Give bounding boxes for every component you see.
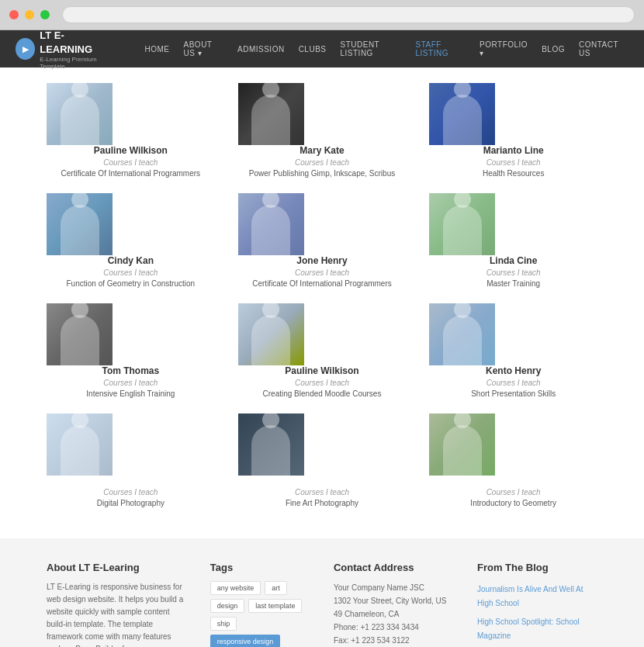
staff-course: Master Training bbox=[429, 279, 597, 288]
person-body bbox=[61, 95, 99, 145]
person-silhouette bbox=[238, 303, 304, 365]
footer-contact: Contact Address Your Company Name JSC130… bbox=[334, 562, 454, 647]
tag[interactable]: art bbox=[265, 581, 287, 595]
person-body bbox=[251, 315, 290, 365]
contact-line: Your Company Name JSC bbox=[334, 581, 454, 594]
tag[interactable]: design bbox=[210, 599, 245, 613]
close-dot[interactable] bbox=[9, 10, 19, 19]
staff-course: Certificate Of International Programmers bbox=[47, 169, 215, 178]
staff-card: Tom Thomas Courses I teach Intensive Eng… bbox=[47, 303, 215, 398]
maximize-dot[interactable] bbox=[40, 10, 50, 19]
person-body bbox=[61, 315, 99, 365]
contact-line: Fax: +1 223 534 3122 bbox=[334, 634, 454, 647]
nav-about[interactable]: ABOUT US ▾ bbox=[178, 37, 230, 61]
staff-grid: Pauline Wilkison Courses I teach Certifi… bbox=[47, 83, 597, 507]
staff-card: Courses I teach Introductory to Geometry bbox=[429, 413, 597, 507]
nav-contact[interactable]: CONTACT US bbox=[573, 37, 628, 61]
nav-student-listing[interactable]: STUDENT LISTING bbox=[334, 37, 408, 61]
staff-photo bbox=[47, 83, 113, 145]
staff-course: Intensive English Training bbox=[47, 389, 215, 398]
footer-tags: Tags any websiteartdesignlast templatesh… bbox=[210, 562, 310, 647]
staff-subtitle: Courses I teach bbox=[429, 268, 597, 277]
staff-card: Courses I teach Digital Photography bbox=[47, 413, 215, 507]
blog-title: From The Blog bbox=[477, 562, 597, 573]
person-silhouette bbox=[47, 303, 113, 365]
staff-photo bbox=[429, 413, 495, 476]
nav-admission[interactable]: ADMISSION bbox=[231, 42, 291, 57]
minimize-dot[interactable] bbox=[25, 10, 34, 19]
list-item: High School Spotlight: School Magazine bbox=[477, 614, 597, 642]
about-title: About LT E-Learing bbox=[47, 562, 187, 573]
person-body bbox=[443, 315, 482, 365]
staff-course: Fine Art Photography bbox=[238, 499, 407, 507]
person-silhouette bbox=[238, 83, 304, 145]
staff-name: Tom Thomas bbox=[47, 365, 215, 376]
staff-subtitle: Courses I teach bbox=[429, 488, 597, 496]
staff-card: Kento Henry Courses I teach Short Presen… bbox=[429, 303, 597, 398]
staff-name: Cindy Kan bbox=[47, 255, 215, 266]
tag[interactable]: any website bbox=[210, 581, 261, 595]
person-body bbox=[251, 425, 290, 476]
navbar-brand[interactable]: ▶ LT E-LEARNING E-Learning Premium Templ… bbox=[16, 28, 116, 70]
contact-info: Your Company Name JSC1302 Your Street, C… bbox=[334, 581, 454, 647]
staff-name: Kento Henry bbox=[429, 365, 597, 376]
nav-portfolio[interactable]: PORTFOLIO ▾ bbox=[473, 37, 534, 61]
person-body bbox=[61, 205, 99, 255]
browser-chrome bbox=[0, 0, 644, 30]
staff-photo bbox=[47, 193, 113, 255]
staff-subtitle: Courses I teach bbox=[238, 488, 407, 496]
footer-blog: From The Blog Journalism Is Alive And We… bbox=[477, 562, 597, 647]
url-bar[interactable] bbox=[62, 6, 635, 23]
staff-name-empty bbox=[429, 476, 597, 488]
staff-card: Linda Cine Courses I teach Master Traini… bbox=[429, 193, 597, 288]
staff-subtitle: Courses I teach bbox=[238, 379, 407, 387]
staff-course: Digital Photography bbox=[47, 499, 215, 507]
staff-name: Mary Kate bbox=[238, 145, 407, 156]
staff-name: Pauline Wilkison bbox=[47, 145, 215, 156]
person-silhouette bbox=[47, 413, 113, 476]
staff-photo bbox=[238, 193, 304, 255]
person-silhouette bbox=[47, 83, 113, 145]
tags-container: any websiteartdesignlast templateshipres… bbox=[210, 581, 310, 647]
contact-title: Contact Address bbox=[334, 562, 454, 573]
staff-subtitle: Courses I teach bbox=[47, 158, 215, 167]
staff-course: Short Presentation Skills bbox=[429, 389, 597, 398]
person-body bbox=[443, 205, 482, 255]
staff-name-empty bbox=[47, 476, 215, 488]
footer: About LT E-Learing LT E-Learing is respo… bbox=[0, 538, 644, 647]
contact-line: 49 Chameleon, CA bbox=[334, 607, 454, 621]
nav-staff-listing[interactable]: STAFF LISTING bbox=[410, 37, 473, 61]
staff-photo bbox=[238, 413, 304, 476]
staff-photo bbox=[47, 303, 113, 365]
contact-line: Phone: +1 223 334 3434 bbox=[334, 621, 454, 634]
footer-grid: About LT E-Learing LT E-Learing is respo… bbox=[47, 562, 597, 647]
blog-link[interactable]: Journalism Is Alive And Well At High Sch… bbox=[477, 585, 583, 607]
staff-course: Function of Geometry in Construction bbox=[47, 279, 215, 288]
staff-course: Health Resources bbox=[429, 169, 597, 178]
tags-title: Tags bbox=[210, 562, 310, 573]
staff-card: Pauline Wilkison Courses I teach Creatin… bbox=[238, 303, 407, 398]
nav-home[interactable]: HOME bbox=[139, 42, 176, 57]
tag[interactable]: last template bbox=[248, 599, 302, 613]
person-body bbox=[251, 205, 290, 255]
brand-text: LT E-LEARNING E-Learning Premium Templat… bbox=[40, 28, 115, 70]
person-body bbox=[251, 95, 290, 145]
staff-name: Pauline Wilkison bbox=[238, 365, 407, 376]
nav-clubs[interactable]: CLUBS bbox=[293, 42, 333, 57]
nav-blog[interactable]: BLOG bbox=[535, 42, 571, 57]
nav-menu: HOME ABOUT US ▾ ADMISSION CLUBS STUDENT … bbox=[139, 37, 628, 61]
staff-name: Marianto Line bbox=[429, 145, 597, 156]
brand-icon: ▶ bbox=[16, 38, 35, 60]
staff-course: Introductory to Geometry bbox=[429, 499, 597, 507]
staff-subtitle: Courses I teach bbox=[238, 158, 407, 167]
staff-card: Pauline Wilkison Courses I teach Certifi… bbox=[47, 83, 215, 178]
list-item: Journalism Is Alive And Well At High Sch… bbox=[477, 581, 597, 609]
person-body bbox=[443, 95, 482, 145]
tag[interactable]: responsive design bbox=[210, 635, 281, 647]
blog-link[interactable]: High School Spotlight: School Magazine bbox=[477, 618, 580, 640]
staff-subtitle: Courses I teach bbox=[47, 268, 215, 277]
person-silhouette bbox=[238, 193, 304, 255]
tag[interactable]: ship bbox=[210, 617, 237, 631]
staff-subtitle: Courses I teach bbox=[429, 379, 597, 387]
staff-course: Power Publishing Gimp, Inkscape, Scribus bbox=[238, 169, 407, 178]
